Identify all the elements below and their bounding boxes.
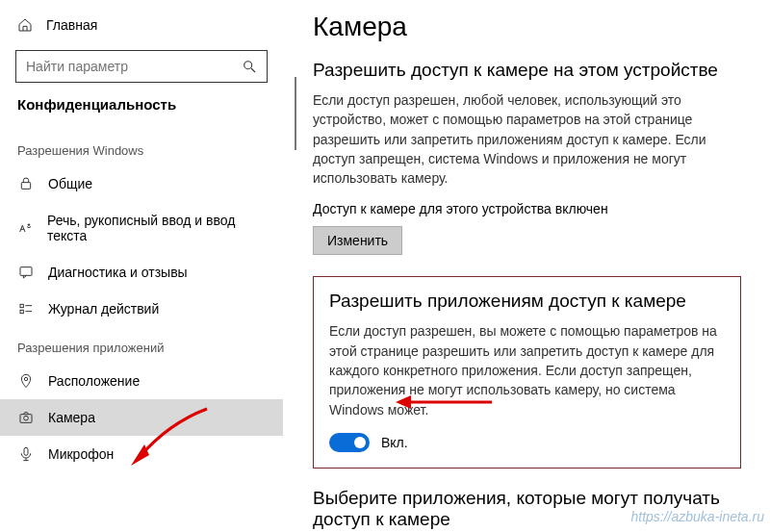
search-box[interactable] <box>15 50 268 83</box>
location-icon <box>17 373 35 389</box>
section1-heading: Разрешить доступ к камере на этом устрой… <box>313 60 741 81</box>
svg-point-3 <box>29 224 31 226</box>
nav-label: Микрофон <box>48 446 114 462</box>
search-input[interactable] <box>16 59 232 74</box>
svg-rect-6 <box>20 310 23 313</box>
scroll-indicator <box>295 77 296 150</box>
page-title: Камера <box>313 12 741 42</box>
nav-label: Журнал действий <box>48 301 159 317</box>
nav-activity[interactable]: Журнал действий <box>0 291 283 327</box>
lock-icon <box>17 176 35 191</box>
microphone-icon <box>17 446 35 462</box>
svg-point-11 <box>24 416 29 420</box>
svg-line-1 <box>251 68 255 72</box>
nav-label: Камера <box>48 410 95 425</box>
nav-location[interactable]: Расположение <box>0 363 283 399</box>
allow-apps-section: Разрешить приложениям доступ к камере Ес… <box>313 276 741 468</box>
section2-heading: Разрешить приложениям доступ к камере <box>329 291 725 312</box>
svg-point-0 <box>244 62 252 69</box>
activity-icon <box>17 301 35 317</box>
group-label-windows: Разрешения Windows <box>0 130 283 165</box>
speech-icon <box>17 220 34 236</box>
search-icon <box>232 59 267 74</box>
svg-rect-4 <box>20 267 32 276</box>
home-nav[interactable]: Главная <box>0 10 283 40</box>
content-pane: Камера Разрешить доступ к камере на этом… <box>284 0 770 532</box>
svg-point-9 <box>24 377 27 380</box>
nav-general[interactable]: Общие <box>0 165 283 202</box>
nav-microphone[interactable]: Микрофон <box>0 436 283 472</box>
svg-rect-12 <box>24 447 28 455</box>
nav-label: Диагностика и отзывы <box>48 265 188 280</box>
camera-icon <box>17 410 35 425</box>
sidebar-category-title: Конфиденциальность <box>0 96 283 130</box>
nav-diagnostics[interactable]: Диагностика и отзывы <box>0 254 283 291</box>
group-label-apps: Разрешения приложений <box>0 327 283 363</box>
home-label: Главная <box>46 17 97 33</box>
device-access-status: Доступ к камере для этого устройства вкл… <box>313 201 741 216</box>
svg-rect-5 <box>20 304 23 307</box>
toggle-state-label: Вкл. <box>381 435 408 450</box>
nav-label: Расположение <box>48 373 140 389</box>
nav-label: Речь, рукописный ввод и ввод текста <box>47 213 266 243</box>
section2-description: Если доступ разрешен, вы можете с помощь… <box>329 321 725 418</box>
section1-description: Если доступ разрешен, любой человек, исп… <box>313 90 741 188</box>
svg-rect-2 <box>21 183 30 190</box>
nav-label: Общие <box>48 176 92 191</box>
nav-camera[interactable]: Камера <box>0 399 283 436</box>
feedback-icon <box>17 265 35 280</box>
nav-speech[interactable]: Речь, рукописный ввод и ввод текста <box>0 202 283 254</box>
home-icon <box>17 17 33 33</box>
change-button[interactable]: Изменить <box>313 226 402 255</box>
choose-apps-heading: Выберите приложения, которые могут получ… <box>313 488 741 530</box>
apps-access-toggle[interactable] <box>329 433 370 452</box>
settings-sidebar: Главная Конфиденциальность Разрешения Wi… <box>0 0 284 532</box>
